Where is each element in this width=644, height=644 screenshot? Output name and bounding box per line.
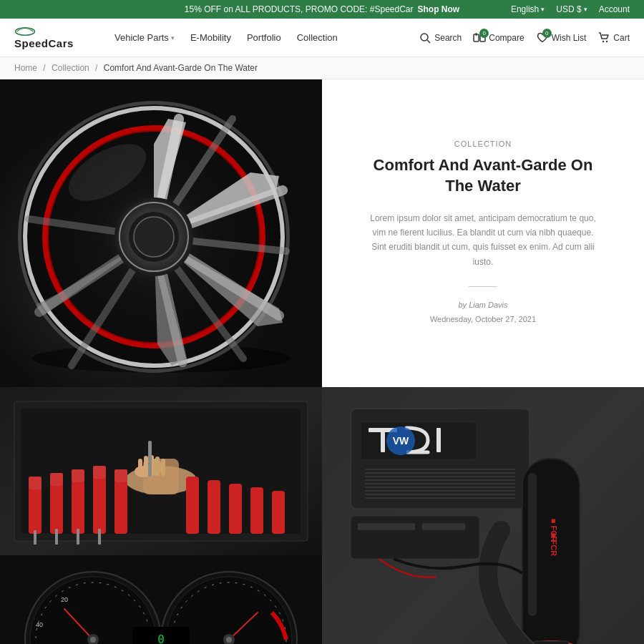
- svg-point-119: [90, 637, 96, 643]
- svg-rect-101: [358, 523, 415, 530]
- nav-collection[interactable]: Collection: [297, 32, 338, 43]
- compare-action[interactable]: 0 Compare: [473, 31, 524, 44]
- site-header: SpeedCars Vehicle Parts ▾ E-Mobility Por…: [0, 19, 644, 57]
- logo[interactable]: SpeedCars: [14, 26, 86, 49]
- engine-svg: VW ■ FCR ■ FCR: [322, 387, 644, 644]
- nav-actions: Search 0 Compare 0 Wish List: [419, 31, 630, 44]
- svg-rect-67: [161, 459, 165, 476]
- divider: [469, 286, 497, 287]
- svg-rect-56: [186, 477, 199, 534]
- svg-rect-52: [93, 466, 106, 479]
- nav-vehicle-parts[interactable]: Vehicle Parts ▾: [114, 32, 175, 43]
- svg-text:40: 40: [36, 621, 43, 628]
- top-banner: 15% OFF on ALL PRODUCTS, PROMO CODE: #Sp…: [0, 0, 644, 19]
- account-link[interactable]: Account: [599, 4, 630, 14]
- chevron-down-icon: ▾: [171, 34, 175, 42]
- author-info: by Liam Davis Wednesday, October 27, 202…: [430, 298, 536, 327]
- chevron-down-icon: ▾: [541, 6, 545, 13]
- breadcrumb-separator: /: [43, 63, 45, 73]
- wishlist-action[interactable]: 0 Wish List: [536, 31, 587, 44]
- hero-image: [0, 79, 322, 387]
- svg-point-7: [602, 40, 604, 42]
- svg-point-1: [421, 34, 428, 41]
- svg-rect-68: [148, 441, 152, 477]
- svg-text:0: 0: [157, 633, 165, 644]
- nav-emobility[interactable]: E-Mobility: [190, 32, 231, 43]
- wheel-svg: [0, 79, 322, 387]
- cart-label: Cart: [613, 33, 630, 43]
- svg-rect-50: [77, 529, 79, 545]
- svg-rect-58: [229, 484, 242, 534]
- search-label: Search: [434, 33, 462, 43]
- currency-selector[interactable]: USD $ ▾: [556, 4, 587, 14]
- svg-rect-48: [72, 480, 84, 534]
- wishlist-label: Wish List: [552, 33, 587, 43]
- svg-point-125: [226, 637, 232, 643]
- svg-rect-74: [381, 428, 385, 452]
- main-navigation: Vehicle Parts ▾ E-Mobility Portfolio Col…: [114, 32, 419, 43]
- compare-icon: 0: [473, 31, 486, 44]
- article-title: Comfort And Avant-Garde On The Water: [358, 155, 608, 196]
- gallery-item-dashboard: 20 40 60 80 100 120 140 160 180: [0, 555, 322, 644]
- svg-rect-42: [29, 487, 42, 534]
- article-excerpt: Lorem ipsum dolor sit amet, anticipam de…: [369, 211, 597, 270]
- svg-rect-102: [422, 523, 465, 530]
- svg-point-0: [16, 28, 35, 36]
- breadcrumb-current: Comfort And Avant-Garde On The Water: [104, 63, 258, 73]
- nav-portfolio[interactable]: Portfolio: [247, 32, 281, 43]
- compare-badge: 0: [479, 29, 489, 38]
- article-info: Collection Comfort And Avant-Garde On Th…: [322, 79, 644, 387]
- svg-rect-59: [250, 487, 263, 534]
- gallery-item-engine: VW ■ FCR ■ FCR: [322, 387, 644, 644]
- article-date: Wednesday, October 27, 2021: [430, 313, 536, 327]
- svg-rect-54: [114, 480, 127, 534]
- svg-rect-63: [138, 459, 142, 477]
- svg-rect-64: [144, 456, 148, 476]
- collection-label: Collection: [454, 140, 512, 148]
- svg-rect-100: [351, 516, 479, 559]
- breadcrumb: Home / Collection / Comfort And Avant-Ga…: [0, 57, 644, 79]
- search-action[interactable]: Search: [419, 31, 462, 44]
- breadcrumb-home[interactable]: Home: [14, 63, 39, 73]
- heart-icon: 0: [536, 31, 549, 44]
- cart-icon: [597, 31, 610, 44]
- svg-text:20: 20: [61, 596, 68, 603]
- language-selector[interactable]: English ▾: [511, 4, 545, 14]
- gallery-grid: VW ■ FCR ■ FCR: [0, 387, 644, 644]
- promo-text: 15% OFF on ALL PRODUCTS, PROMO CODE: #Sp…: [185, 4, 414, 14]
- gallery-item-tools: [0, 387, 322, 555]
- svg-rect-75: [436, 428, 441, 452]
- svg-rect-57: [208, 480, 220, 534]
- svg-rect-43: [29, 477, 42, 489]
- svg-point-35: [134, 217, 174, 257]
- svg-rect-51: [93, 477, 106, 534]
- dashboard-svg: 20 40 60 80 100 120 140 160 180: [0, 555, 322, 644]
- svg-rect-46: [50, 473, 63, 486]
- wishlist-badge: 0: [542, 29, 552, 38]
- svg-text:VW: VW: [393, 435, 409, 447]
- author-name: by Liam Davis: [430, 298, 536, 313]
- chevron-down-icon: ▾: [584, 6, 587, 13]
- tools-svg: [0, 387, 322, 555]
- svg-rect-60: [272, 491, 285, 534]
- hero-section: Collection Comfort And Avant-Garde On Th…: [0, 79, 644, 387]
- shop-now-link[interactable]: Shop Now: [418, 4, 460, 14]
- breadcrumb-collection[interactable]: Collection: [52, 63, 92, 73]
- svg-rect-99: [533, 641, 569, 644]
- top-right-actions: English ▾ USD $ ▾ Account: [511, 4, 630, 14]
- svg-rect-49: [72, 469, 84, 482]
- svg-text:■ FCR: ■ FCR: [550, 533, 558, 556]
- svg-rect-45: [50, 484, 63, 534]
- main-content: Collection Comfort And Avant-Garde On Th…: [0, 79, 644, 644]
- compare-label: Compare: [489, 33, 524, 43]
- cart-action[interactable]: Cart: [597, 31, 630, 44]
- svg-rect-53: [98, 529, 101, 545]
- breadcrumb-separator: /: [95, 63, 97, 73]
- svg-rect-90: [528, 473, 537, 616]
- search-icon: [419, 31, 431, 44]
- svg-rect-66: [155, 457, 160, 476]
- svg-point-8: [606, 40, 608, 42]
- logo-car-icon: [14, 26, 36, 37]
- svg-rect-47: [55, 529, 58, 545]
- svg-rect-44: [34, 530, 36, 545]
